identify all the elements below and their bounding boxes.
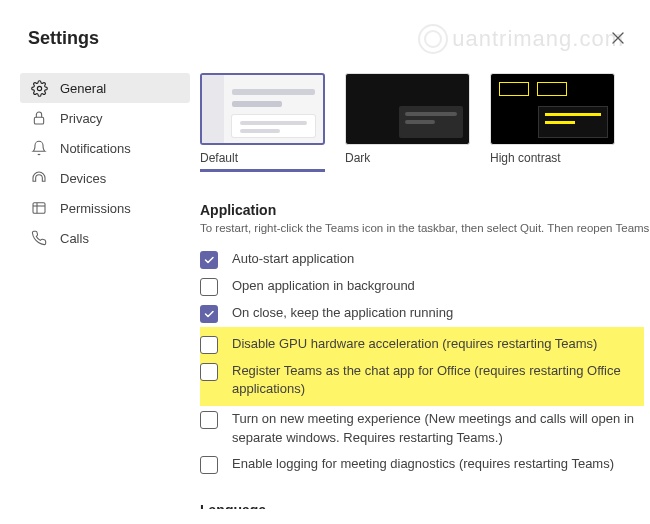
option-row: Disable GPU hardware acceleration (requi… (200, 327, 644, 358)
theme-high-contrast[interactable]: High contrast (490, 73, 615, 172)
checkbox[interactable] (200, 305, 218, 323)
theme-dark[interactable]: Dark (345, 73, 470, 172)
svg-point-0 (37, 86, 41, 90)
application-section-title: Application (200, 202, 644, 218)
sidebar-item-general[interactable]: General (20, 73, 190, 103)
phone-icon (30, 229, 48, 247)
option-row: Open application in background (200, 273, 644, 300)
theme-label: High contrast (490, 151, 615, 165)
theme-default[interactable]: Default (200, 73, 325, 172)
application-options: Auto-start applicationOpen application i… (200, 246, 644, 478)
close-icon (610, 30, 626, 46)
option-label: Register Teams as the chat app for Offic… (232, 362, 638, 398)
checkbox[interactable] (200, 251, 218, 269)
gear-icon (30, 79, 48, 97)
checkbox[interactable] (200, 456, 218, 474)
sidebar-item-devices[interactable]: Devices (20, 163, 190, 193)
svg-rect-2 (33, 203, 45, 214)
option-label: Turn on new meeting experience (New meet… (232, 410, 644, 446)
option-row: Turn on new meeting experience (New meet… (200, 406, 644, 450)
settings-modal: Settings uantrimang.com General Privacy (0, 0, 650, 524)
sidebar-item-label: Devices (60, 171, 106, 186)
settings-sidebar: General Privacy Notifications Devices (0, 73, 200, 509)
key-icon (30, 199, 48, 217)
theme-label: Default (200, 151, 325, 165)
sidebar-item-label: Privacy (60, 111, 103, 126)
theme-selector: Default Dark High contrast (200, 73, 644, 172)
checkbox[interactable] (200, 336, 218, 354)
option-label: Auto-start application (232, 250, 358, 268)
checkbox[interactable] (200, 363, 218, 381)
application-section-subtitle: To restart, right-click the Teams icon i… (200, 222, 644, 234)
checkbox[interactable] (200, 411, 218, 429)
devices-icon (30, 169, 48, 187)
sidebar-item-label: Notifications (60, 141, 131, 156)
theme-label: Dark (345, 151, 470, 165)
option-label: On close, keep the application running (232, 304, 457, 322)
theme-preview-dark (345, 73, 470, 145)
theme-preview-default (200, 73, 325, 145)
svg-rect-1 (34, 117, 43, 124)
sidebar-item-label: Calls (60, 231, 89, 246)
sidebar-item-privacy[interactable]: Privacy (20, 103, 190, 133)
lock-icon (30, 109, 48, 127)
option-row: Register Teams as the chat app for Offic… (200, 358, 644, 406)
option-label: Open application in background (232, 277, 419, 295)
page-title: Settings (0, 28, 650, 49)
option-label: Enable logging for meeting diagnostics (… (232, 455, 618, 473)
close-button[interactable] (610, 30, 626, 46)
settings-main: Default Dark High contrast Application (200, 73, 650, 509)
content-area: General Privacy Notifications Devices (0, 73, 650, 509)
option-label: Disable GPU hardware acceleration (requi… (232, 335, 601, 353)
theme-preview-high-contrast (490, 73, 615, 145)
option-row: Auto-start application (200, 246, 644, 273)
sidebar-item-calls[interactable]: Calls (20, 223, 190, 253)
sidebar-item-notifications[interactable]: Notifications (20, 133, 190, 163)
sidebar-item-permissions[interactable]: Permissions (20, 193, 190, 223)
sidebar-item-label: Permissions (60, 201, 131, 216)
option-row: On close, keep the application running (200, 300, 644, 327)
bell-icon (30, 139, 48, 157)
sidebar-item-label: General (60, 81, 106, 96)
option-row: Enable logging for meeting diagnostics (… (200, 451, 644, 478)
checkbox[interactable] (200, 278, 218, 296)
language-section-title: Language (200, 502, 644, 509)
